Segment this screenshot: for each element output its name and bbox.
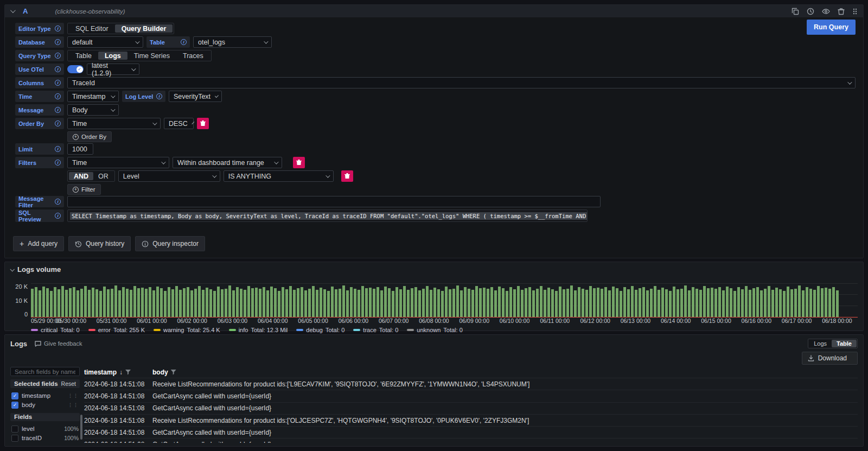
- legend-item-critical[interactable]: criticalTotal: 0: [31, 327, 80, 333]
- logs-volume-title-row[interactable]: Logs volume: [10, 265, 858, 274]
- x-tick-label: 06/03 00:00: [218, 317, 247, 324]
- log-level-select[interactable]: SeverityText: [169, 91, 222, 102]
- info-icon[interactable]: i: [55, 199, 61, 205]
- remove-query-icon[interactable]: [838, 8, 845, 15]
- drag-handle-icon[interactable]: ⋮⋮: [68, 403, 79, 408]
- add-order-by-button[interactable]: + Order By: [67, 131, 112, 142]
- info-icon[interactable]: i: [55, 160, 61, 166]
- info-icon[interactable]: i: [55, 213, 61, 219]
- legend-item-warning[interactable]: warningTotal: 25.4 K: [154, 327, 220, 333]
- remove-order-by-button[interactable]: [197, 118, 209, 129]
- legend-item-trace[interactable]: traceTotal: 0: [353, 327, 398, 333]
- tab-table[interactable]: Table: [69, 52, 98, 60]
- or-option[interactable]: OR: [93, 172, 113, 180]
- legend-item-error[interactable]: errorTotal: 255 K: [88, 327, 145, 333]
- message-column-select[interactable]: Body: [67, 104, 119, 116]
- volume-bar: [270, 287, 273, 317]
- field-checkbox[interactable]: [11, 425, 18, 433]
- info-icon[interactable]: i: [181, 39, 187, 45]
- tab-time-series[interactable]: Time Series: [127, 52, 176, 60]
- query-row-header[interactable]: A (clickhouse-observability): [5, 5, 863, 17]
- query-history-icon[interactable]: [807, 8, 814, 15]
- tab-query-builder[interactable]: Query Builder: [115, 24, 173, 33]
- remove-filter1-button[interactable]: [293, 157, 305, 168]
- timestamp-column-header[interactable]: timestamp ↓: [84, 369, 152, 376]
- filter-funnel-icon[interactable]: [125, 370, 131, 375]
- info-icon[interactable]: i: [156, 93, 162, 99]
- tab-sql-editor[interactable]: SQL Editor: [69, 24, 115, 33]
- info-icon[interactable]: i: [55, 93, 61, 99]
- table-row[interactable]: 2024-06-18 14:51:08Receive ListRecommend…: [84, 378, 858, 390]
- field-row-timestamp[interactable]: ✓timestamp⋮⋮: [10, 391, 80, 401]
- x-tick-label: 06/16 00:00: [742, 317, 771, 324]
- columns-multiselect[interactable]: TraceId: [67, 77, 856, 88]
- database-select[interactable]: default: [67, 36, 143, 48]
- info-icon[interactable]: i: [55, 26, 61, 31]
- time-label: Timei: [15, 91, 64, 102]
- add-query-button[interactable]: + Add query: [13, 236, 64, 251]
- drag-handle-icon[interactable]: [852, 8, 858, 15]
- download-button[interactable]: Download: [802, 352, 858, 365]
- add-filter-button[interactable]: + Filter: [67, 184, 101, 195]
- tab-logs[interactable]: Logs: [98, 52, 127, 60]
- tab-traces[interactable]: Traces: [176, 52, 210, 60]
- field-row-body[interactable]: ✓body⋮⋮: [10, 401, 80, 410]
- info-icon[interactable]: i: [55, 53, 61, 59]
- run-query-button[interactable]: Run Query: [807, 20, 856, 35]
- order-by-direction-select[interactable]: DESC: [164, 118, 194, 129]
- info-icon[interactable]: i: [55, 39, 61, 45]
- table-select[interactable]: otel_logs: [193, 36, 272, 48]
- field-row-traceID[interactable]: traceID100%: [10, 434, 80, 443]
- body-column-header[interactable]: body: [152, 369, 858, 376]
- x-tick-label: 06/01 00:00: [137, 317, 167, 324]
- info-icon[interactable]: i: [55, 120, 61, 126]
- table-row[interactable]: 2024-06-18 14:51:08GetCartAsync called w…: [84, 402, 858, 414]
- info-icon[interactable]: i: [55, 107, 61, 113]
- filter2-field-select[interactable]: Level: [118, 170, 220, 182]
- info-icon[interactable]: i: [55, 146, 61, 152]
- limit-input[interactable]: 1000: [67, 143, 93, 155]
- order-by-field-select[interactable]: Time: [67, 118, 161, 129]
- and-option[interactable]: AND: [69, 172, 93, 180]
- otel-version-select[interactable]: latest (1.2.9): [87, 63, 139, 75]
- collapse-chevron-icon[interactable]: [10, 267, 14, 271]
- field-checkbox[interactable]: [11, 435, 18, 442]
- info-icon[interactable]: i: [55, 80, 61, 86]
- search-fields-input[interactable]: [10, 367, 80, 376]
- use-otel-toggle[interactable]: ✓: [67, 65, 84, 73]
- message-filter-input[interactable]: [67, 196, 601, 207]
- table-row[interactable]: 2024-06-18 14:51:08GetCartAsync called w…: [84, 390, 858, 402]
- sort-desc-icon[interactable]: ↓: [119, 369, 123, 376]
- duplicate-query-icon[interactable]: [792, 8, 799, 15]
- drag-handle-icon[interactable]: ⋮⋮: [68, 393, 79, 398]
- view-option-table[interactable]: Table: [832, 340, 857, 347]
- legend-item-info[interactable]: infoTotal: 12.3 Mil: [229, 327, 288, 333]
- legend-item-unknown[interactable]: unknownTotal: 0: [407, 327, 463, 333]
- give-feedback-link[interactable]: Give feedback: [35, 340, 82, 347]
- table-row[interactable]: 2024-06-18 14:51:08GetCartAsync called w…: [84, 438, 858, 443]
- field-row-level[interactable]: level100%: [10, 424, 80, 434]
- logs-title: Logs: [10, 340, 27, 348]
- sql-preview-box[interactable]: SELECT Timestamp as timestamp, Body as b…: [67, 209, 588, 222]
- volume-bar: [475, 286, 478, 317]
- filter1-field-select[interactable]: Time: [67, 157, 169, 168]
- filter1-operator-select[interactable]: Within dashboard time range: [173, 157, 282, 168]
- query-inspector-button[interactable]: Query inspector: [135, 236, 205, 251]
- collapse-chevron-icon[interactable]: [10, 8, 16, 13]
- legend-item-debug[interactable]: debugTotal: 0: [296, 327, 344, 333]
- filter-funnel-icon[interactable]: [171, 370, 176, 375]
- field-checkbox[interactable]: ✓: [11, 402, 18, 409]
- time-column-select[interactable]: Timestamp: [67, 91, 119, 102]
- y-tick-label: 10 K: [15, 297, 28, 304]
- info-icon[interactable]: i: [55, 66, 61, 72]
- remove-filter2-button[interactable]: [341, 170, 353, 182]
- filter2-operator-select[interactable]: IS ANYTHING: [224, 170, 334, 182]
- field-checkbox[interactable]: ✓: [11, 392, 18, 399]
- view-option-logs[interactable]: Logs: [809, 340, 832, 347]
- table-row[interactable]: 2024-06-18 14:51:08GetCartAsync called w…: [84, 426, 858, 438]
- hide-response-eye-icon[interactable]: [822, 8, 830, 15]
- sidebar-scrollbar[interactable]: [80, 415, 82, 440]
- table-row[interactable]: 2024-06-18 14:51:08Receive ListRecommend…: [84, 414, 858, 426]
- query-history-button[interactable]: Query history: [68, 236, 131, 251]
- reset-fields-button[interactable]: Reset: [61, 380, 76, 387]
